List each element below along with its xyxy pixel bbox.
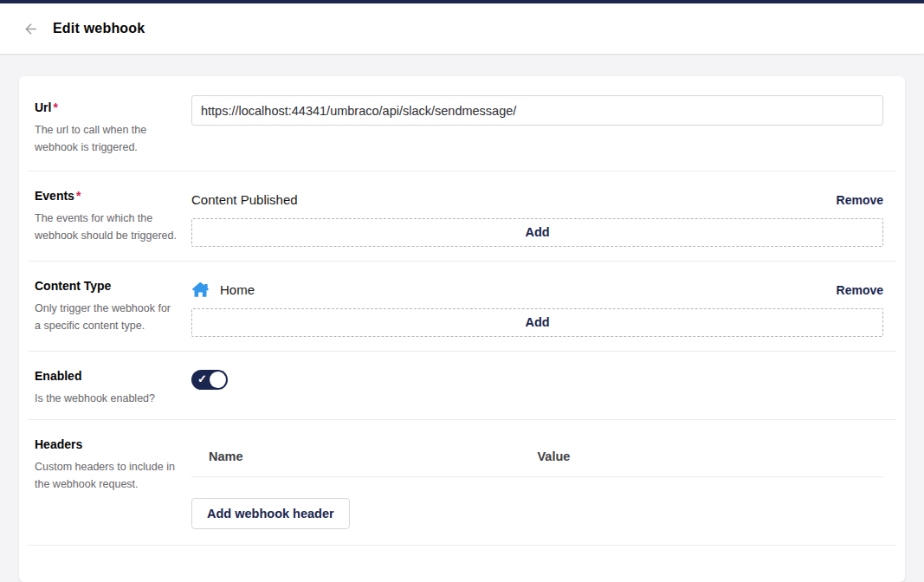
back-button[interactable] — [17, 16, 43, 42]
enabled-label-column: Enabled Is the webhook enabled? — [35, 369, 191, 407]
page-header: Edit webhook — [0, 3, 924, 54]
events-content-column: Content Published Remove Add — [191, 189, 883, 247]
content-type-content-column: Home Remove Add — [191, 279, 883, 337]
enabled-content-column: ✓ — [191, 369, 883, 407]
headers-content-column: Name Value Add webhook header — [191, 437, 883, 529]
enabled-label: Enabled — [35, 369, 179, 383]
headers-column-value: Value — [538, 449, 884, 463]
content-type-label-column: Content Type Only trigger the webhook fo… — [35, 279, 191, 337]
headers-label: Headers — [35, 437, 179, 451]
headers-label-column: Headers Custom headers to include in the… — [35, 437, 191, 529]
events-description: The events for which the webhook should … — [35, 210, 179, 245]
check-icon: ✓ — [197, 372, 207, 386]
enabled-toggle[interactable]: ✓ — [191, 370, 228, 390]
event-item-name: Content Published — [191, 192, 298, 207]
add-webhook-header-button[interactable]: Add webhook header — [191, 498, 350, 529]
event-item: Content Published Remove — [191, 190, 883, 210]
form-row-headers: Headers Custom headers to include in the… — [28, 420, 896, 546]
events-label: Events* — [35, 189, 179, 203]
url-label-column: Url* The url to call when the webhook is… — [35, 95, 191, 157]
events-label-column: Events* The events for which the webhook… — [35, 189, 191, 247]
headers-column-name: Name — [191, 449, 538, 463]
toggle-knob — [210, 372, 226, 388]
home-icon — [191, 281, 210, 299]
content-type-remove-button[interactable]: Remove — [837, 283, 883, 297]
content-type-item-name: Home — [220, 282, 255, 297]
required-marker: * — [76, 189, 81, 203]
add-event-button[interactable]: Add — [191, 218, 883, 247]
event-remove-button[interactable]: Remove — [837, 193, 883, 207]
enabled-description: Is the webhook enabled? — [35, 390, 179, 407]
headers-table-header: Name Value — [191, 437, 883, 477]
form-row-events: Events* The events for which the webhook… — [28, 171, 896, 262]
page-title: Edit webhook — [53, 21, 145, 36]
form-row-content-type: Content Type Only trigger the webhook fo… — [28, 262, 896, 352]
url-content-column — [191, 95, 883, 157]
required-marker: * — [53, 100, 57, 114]
url-input[interactable] — [191, 95, 883, 126]
url-label: Url* — [35, 100, 179, 114]
add-content-type-button[interactable]: Add — [191, 308, 883, 337]
content-type-item: Home Remove — [191, 280, 883, 301]
url-description: The url to call when the webhook is trig… — [35, 121, 179, 157]
headers-description: Custom headers to include in the webhook… — [35, 458, 179, 494]
content-type-description: Only trigger the webhook for a specific … — [35, 300, 179, 335]
edit-webhook-form-card: Url* The url to call when the webhook is… — [19, 76, 905, 582]
content-type-label: Content Type — [35, 279, 179, 293]
form-row-url: Url* The url to call when the webhook is… — [28, 78, 896, 171]
arrow-left-icon — [23, 21, 39, 37]
form-row-enabled: Enabled Is the webhook enabled? ✓ — [28, 352, 896, 420]
